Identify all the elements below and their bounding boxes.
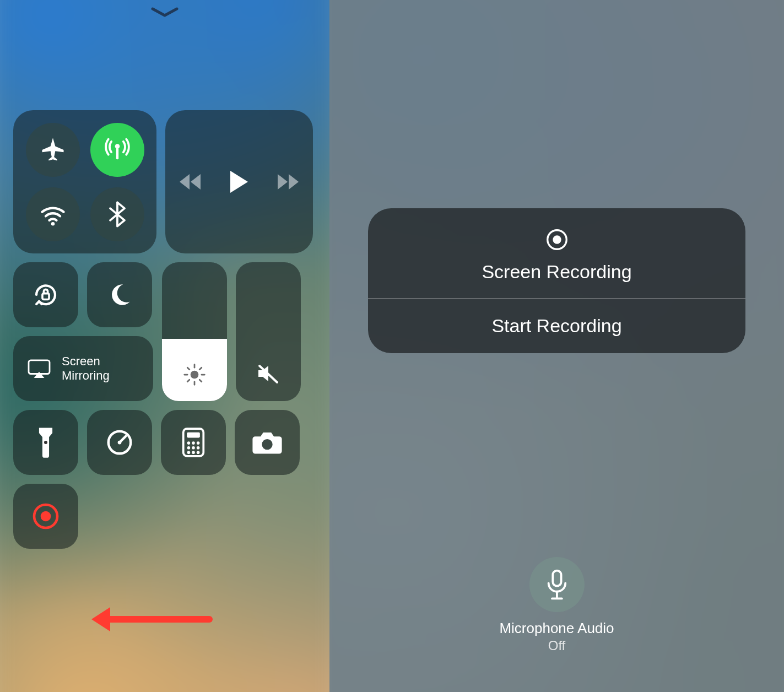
rotation-lock-icon [30, 279, 62, 311]
svg-point-10 [187, 441, 191, 445]
timer-icon [105, 428, 134, 457]
control-center: Screen Mirroring [13, 110, 316, 558]
do-not-disturb-toggle[interactable] [87, 262, 152, 327]
screen-recording-header: Screen Recording [368, 208, 745, 298]
svg-point-21 [41, 511, 51, 522]
svg-point-17 [192, 451, 195, 455]
svg-point-16 [187, 451, 191, 455]
microphone-label: Microphone Audio [499, 620, 614, 637]
svg-point-14 [192, 446, 195, 450]
flashlight-button[interactable] [13, 410, 78, 475]
forward-button[interactable] [273, 172, 300, 192]
play-button[interactable] [228, 170, 250, 194]
annotation-arrow-icon [88, 603, 215, 636]
media-controls-module[interactable] [165, 110, 313, 253]
timer-button[interactable] [87, 410, 152, 475]
bluetooth-toggle[interactable] [90, 187, 144, 241]
svg-point-4 [191, 371, 199, 379]
svg-point-19 [262, 439, 272, 450]
svg-point-15 [197, 446, 200, 450]
svg-point-24 [553, 235, 561, 244]
calculator-icon [181, 427, 206, 458]
svg-point-18 [197, 451, 200, 455]
record-icon [544, 227, 570, 252]
microphone-icon [545, 569, 568, 600]
svg-point-12 [197, 441, 200, 445]
rewind-button[interactable] [179, 172, 205, 192]
svg-point-13 [187, 446, 191, 450]
screen-recording-panel: Screen Recording Start Recording [368, 208, 745, 353]
svg-point-1 [51, 222, 55, 226]
orientation-lock-toggle[interactable] [13, 262, 78, 327]
wifi-icon [39, 200, 67, 229]
volume-slider[interactable] [236, 262, 301, 401]
camera-button[interactable] [235, 410, 300, 475]
screen-recording-button[interactable] [13, 484, 78, 549]
brightness-icon [182, 363, 207, 387]
svg-point-11 [192, 441, 195, 445]
airplane-icon [39, 136, 67, 164]
start-recording-button[interactable]: Start Recording [368, 299, 745, 353]
camera-icon [251, 430, 283, 455]
airplane-mode-toggle[interactable] [26, 123, 80, 177]
svg-rect-2 [42, 294, 49, 300]
svg-rect-9 [187, 432, 200, 438]
flashlight-icon [36, 426, 55, 458]
microphone-state: Off [499, 638, 614, 653]
dismiss-chevron-icon[interactable] [148, 4, 181, 21]
bluetooth-icon [106, 200, 128, 229]
record-icon [30, 501, 61, 532]
microphone-audio-toggle[interactable]: Microphone Audio Off [499, 557, 614, 653]
screen-recording-title: Screen Recording [379, 261, 734, 283]
brightness-slider[interactable] [162, 262, 227, 401]
volume-mute-icon [255, 360, 282, 387]
svg-point-5 [44, 441, 47, 444]
screen-mirroring-button[interactable]: Screen Mirroring [13, 336, 153, 401]
airplay-icon [26, 358, 52, 379]
connectivity-module[interactable] [13, 110, 156, 253]
svg-rect-25 [553, 571, 561, 586]
calculator-button[interactable] [161, 410, 226, 475]
screen-mirroring-label: Screen Mirroring [62, 354, 110, 383]
wifi-toggle[interactable] [26, 187, 80, 241]
moon-icon [106, 281, 133, 309]
cellular-data-toggle[interactable] [90, 123, 144, 177]
cellular-antenna-icon [103, 136, 132, 164]
